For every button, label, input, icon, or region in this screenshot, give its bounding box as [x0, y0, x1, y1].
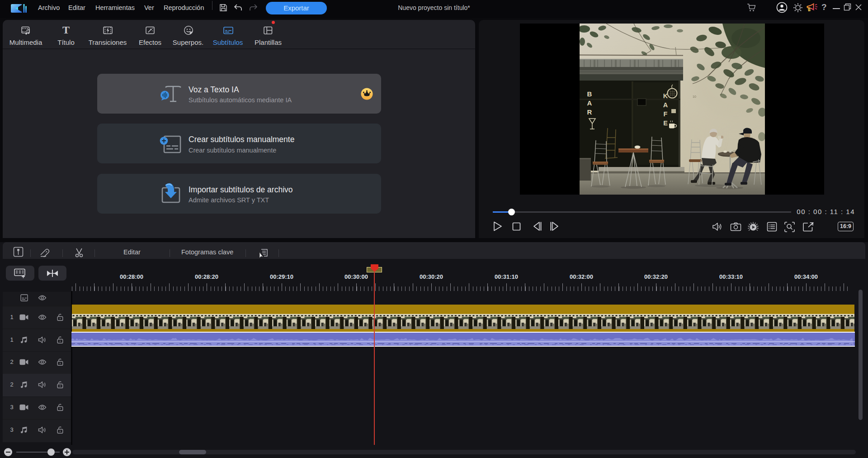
- svg-text:R: R: [587, 108, 592, 116]
- svg-text:E: E: [663, 119, 668, 127]
- svg-text:10: 10: [693, 95, 696, 98]
- svg-text:A: A: [587, 99, 592, 107]
- svg-text:F: F: [664, 110, 668, 118]
- svg-text:B: B: [587, 90, 592, 98]
- svg-text:A: A: [663, 101, 668, 109]
